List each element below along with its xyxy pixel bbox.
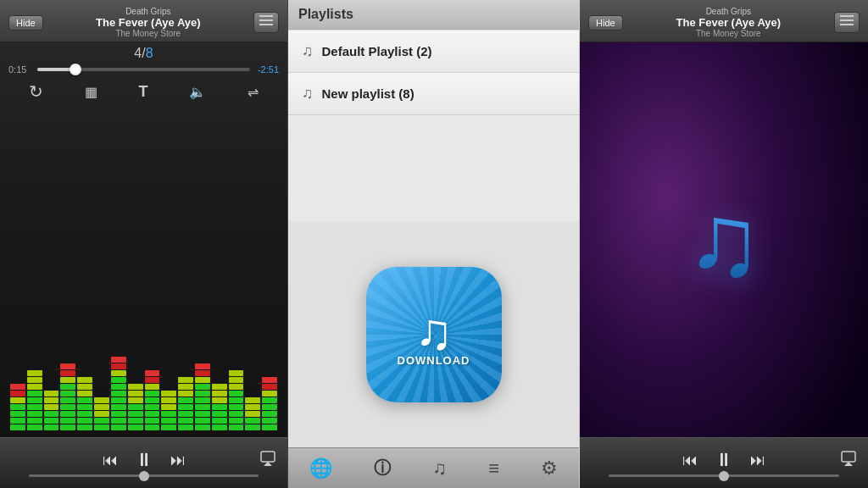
- big-music-note-icon: ♫: [686, 181, 762, 298]
- eq-segment: [161, 418, 176, 424]
- eq-segment: [195, 391, 210, 396]
- eq-segment: [245, 357, 260, 363]
- right-track-title: The Fever (Aye Aye): [623, 16, 834, 29]
- playlists-title: Playlists: [298, 7, 353, 21]
- tab-music-list-icon[interactable]: ♫: [432, 458, 447, 480]
- eq-segment: [94, 363, 109, 369]
- eq-segment: [77, 350, 92, 356]
- eq-segment: [262, 404, 277, 410]
- right-prev-button[interactable]: ⏮: [682, 452, 698, 469]
- playlist-music-icon-2: ♫: [302, 85, 314, 103]
- app-music-note-icon: ♫: [415, 302, 453, 361]
- tab-info-icon[interactable]: ⓘ: [374, 457, 391, 480]
- right-player-panel: Hide Death Grips The Fever (Aye Aye) The…: [580, 0, 868, 488]
- eq-bar-5: [94, 350, 109, 430]
- eq-segment: [161, 391, 176, 396]
- eq-segment: [27, 397, 42, 403]
- eq-bar-13: [229, 350, 244, 430]
- airplay-icon[interactable]: [260, 451, 275, 470]
- playlist-item[interactable]: ♫ Default Playlist (2): [288, 30, 579, 73]
- eq-segment: [245, 397, 260, 403]
- eq-segment: [262, 397, 277, 403]
- right-transport-buttons: ⏮ ⏸ ⏭: [682, 449, 765, 471]
- right-menu-icon-button[interactable]: [834, 12, 860, 33]
- eq-segment: [212, 377, 227, 383]
- eq-segment: [60, 391, 75, 396]
- eq-segment: [128, 418, 143, 424]
- eq-segment: [44, 370, 59, 376]
- eq-segment: [111, 370, 126, 376]
- eq-segment: [111, 418, 126, 424]
- eq-segment: [60, 384, 75, 390]
- transport-bar: ⏮ ⏸ ⏭: [0, 437, 287, 488]
- eq-segment: [145, 418, 160, 424]
- volume-slider[interactable]: [29, 474, 259, 477]
- hide-button[interactable]: Hide: [8, 15, 43, 30]
- right-volume-slider[interactable]: [609, 474, 839, 477]
- right-airplay-icon[interactable]: [841, 451, 856, 470]
- eq-segment: [111, 363, 126, 369]
- playlist-items: ♫ Default Playlist (2) ♫ New playlist (8…: [288, 30, 579, 222]
- eq-segment: [10, 391, 25, 396]
- eq-segment: [111, 384, 126, 390]
- eq-segment: [161, 424, 176, 430]
- progress-track[interactable]: [37, 68, 250, 71]
- transport-row: ⏮ ⏸ ⏭: [0, 449, 287, 471]
- eq-segment: [262, 370, 277, 376]
- eq-segment: [145, 397, 160, 403]
- left-player-panel: Hide Death Grips The Fever (Aye Aye) The…: [0, 0, 288, 488]
- eq-segment: [145, 411, 160, 417]
- eq-bar-8: [145, 350, 160, 430]
- eq-segment: [161, 377, 176, 383]
- eq-bar-1: [27, 350, 42, 430]
- eq-segment: [44, 377, 59, 383]
- right-pause-button[interactable]: ⏸: [715, 449, 733, 471]
- app-download-icon[interactable]: ♫ DOWNLOAD: [366, 267, 502, 402]
- eq-segment: [111, 404, 126, 410]
- eq-segment: [10, 357, 25, 363]
- eq-segment: [60, 411, 75, 417]
- eq-segment: [111, 411, 126, 417]
- menu-icon-button[interactable]: [253, 12, 279, 33]
- eq-bar-15: [262, 350, 277, 430]
- right-track-info: Death Grips The Fever (Aye Aye) The Mone…: [623, 7, 834, 38]
- eq-segment: [195, 424, 210, 430]
- eq-segment: [229, 384, 244, 390]
- eq-segment: [145, 404, 160, 410]
- eq-segment: [128, 350, 143, 356]
- eq-segment: [77, 363, 92, 369]
- prev-button[interactable]: ⏮: [103, 452, 118, 469]
- volume-icon[interactable]: 🔈: [189, 84, 206, 100]
- right-artist-name: Death Grips: [623, 7, 834, 16]
- eq-segment: [262, 377, 277, 383]
- right-next-button[interactable]: ⏭: [750, 452, 765, 469]
- pause-button[interactable]: ⏸: [135, 449, 153, 471]
- repeat-icon[interactable]: ↻: [29, 81, 43, 102]
- eq-segment: [245, 411, 260, 417]
- eq-segment: [178, 424, 193, 430]
- eq-segment: [44, 384, 59, 390]
- time-remaining: -2:51: [255, 64, 279, 75]
- eq-segment: [77, 397, 92, 403]
- playlist-item-2[interactable]: ♫ New playlist (8): [288, 73, 579, 115]
- shuffle-icon[interactable]: ⇌: [248, 84, 259, 100]
- eq-segment: [161, 350, 176, 356]
- tab-settings-icon[interactable]: ⚙: [541, 458, 558, 480]
- eq-segment: [27, 404, 42, 410]
- eq-icon[interactable]: ▦: [85, 84, 97, 100]
- tab-menu-icon[interactable]: ≡: [488, 458, 499, 480]
- next-button[interactable]: ⏭: [170, 452, 186, 469]
- eq-segment: [212, 357, 227, 363]
- eq-segment: [229, 411, 244, 417]
- eq-segment: [10, 411, 25, 417]
- right-hide-button[interactable]: Hide: [588, 15, 623, 30]
- eq-segment: [145, 424, 160, 430]
- eq-segment: [178, 391, 193, 396]
- eq-segment: [128, 424, 143, 430]
- lyrics-icon[interactable]: T: [138, 83, 147, 101]
- eq-segment: [77, 370, 92, 376]
- eq-segment: [212, 404, 227, 410]
- eq-segment: [94, 424, 109, 430]
- eq-segment: [128, 363, 143, 369]
- tab-globe-icon[interactable]: 🌐: [309, 458, 332, 480]
